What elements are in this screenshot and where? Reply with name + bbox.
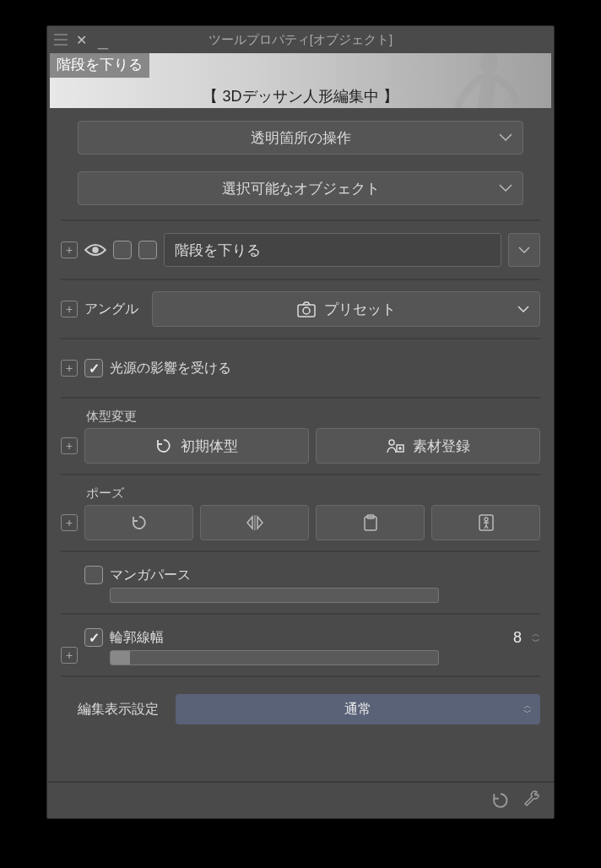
- menu-icon[interactable]: [54, 34, 68, 46]
- register-material-label: 素材登録: [413, 437, 470, 456]
- manga-perspective-checkbox[interactable]: [84, 566, 103, 584]
- reset-icon: [155, 437, 172, 454]
- outline-width-row: + 輪郭線幅 8 ︿ ﹀: [61, 625, 540, 665]
- object-name-text: 階段を下りる: [175, 241, 261, 260]
- visibility-eye-icon[interactable]: [84, 241, 106, 259]
- outline-stepper[interactable]: ︿ ﹀: [532, 630, 540, 645]
- object-name-field[interactable]: 階段を下りる: [164, 233, 501, 267]
- body-type-section: 体型変更 + 初期体型 素材登録: [61, 409, 540, 464]
- svg-point-3: [303, 307, 310, 314]
- light-checkbox[interactable]: [84, 359, 103, 377]
- angle-row: + アングル プリセット: [61, 290, 540, 328]
- edit-display-row: 編集表示設定 通常 ︿﹀: [61, 694, 540, 724]
- light-row: + 光源の影響を受ける: [61, 350, 540, 387]
- close-icon[interactable]: ✕: [76, 32, 87, 48]
- register-icon: [386, 437, 404, 454]
- divider: [61, 675, 540, 677]
- edit-display-value: 通常: [344, 701, 371, 719]
- svg-point-0: [479, 53, 498, 74]
- reset-icon: [491, 791, 510, 810]
- pose-flip-button[interactable]: [200, 505, 309, 540]
- transparent-operation-label: 透明箇所の操作: [251, 128, 351, 148]
- preset-button[interactable]: プリセット: [152, 291, 540, 327]
- pose-body-button[interactable]: [431, 505, 540, 540]
- select-stepper-icon: ︿﹀: [523, 703, 532, 716]
- pose-reset-button[interactable]: [84, 505, 193, 540]
- titlebar: ✕ ＿ ツールプロパティ[オブジェクト]: [47, 26, 554, 53]
- figure-silhouette-icon: [433, 53, 534, 108]
- edit-display-select[interactable]: 通常 ︿﹀: [176, 694, 540, 724]
- panel-footer: [47, 781, 554, 818]
- wrench-icon: [522, 790, 542, 811]
- svg-point-9: [485, 518, 488, 521]
- panel-title: ツールプロパティ[オブジェクト]: [208, 32, 393, 48]
- select-checkbox[interactable]: [138, 241, 157, 259]
- reset-all-button[interactable]: [491, 791, 510, 810]
- camera-icon: [297, 301, 316, 317]
- preview-tag: 階段を下りる: [50, 53, 149, 78]
- svg-rect-2: [298, 305, 315, 317]
- preview-caption: 【 3Dデッサン人形編集中 】: [203, 86, 398, 106]
- expand-button[interactable]: +: [61, 360, 78, 377]
- outline-checkbox[interactable]: [84, 628, 103, 647]
- svg-point-1: [92, 247, 99, 253]
- object-row: + 階段を下りる: [61, 231, 540, 269]
- manga-perspective-row: マンガパース: [61, 562, 540, 603]
- preview-thumbnail: 階段を下りる 【 3Dデッサン人形編集中 】: [50, 53, 551, 108]
- clipboard-icon: [363, 514, 378, 531]
- chevron-down-icon: [499, 133, 512, 142]
- pose-section: ポーズ +: [61, 486, 540, 540]
- chevron-down-icon: [499, 184, 512, 193]
- body-type-section-label: 体型変更: [86, 409, 540, 425]
- divider: [61, 613, 540, 615]
- manga-perspective-label: マンガパース: [110, 567, 191, 584]
- angle-label: アングル: [84, 301, 138, 318]
- divider: [61, 220, 540, 221]
- expand-button[interactable]: +: [61, 241, 78, 258]
- object-dropdown-button[interactable]: [508, 233, 540, 267]
- expand-button[interactable]: +: [61, 514, 78, 531]
- initial-body-type-button[interactable]: 初期体型: [84, 428, 309, 464]
- light-label: 光源の影響を受ける: [110, 360, 231, 377]
- outline-value: 8: [505, 629, 522, 647]
- divider: [61, 551, 540, 552]
- register-material-button[interactable]: 素材登録: [316, 428, 540, 464]
- chevron-down-icon: ﹀: [532, 637, 540, 645]
- divider: [61, 474, 540, 475]
- outline-slider[interactable]: [110, 650, 439, 665]
- reset-icon: [131, 514, 148, 531]
- transparent-operation-dropdown[interactable]: 透明箇所の操作: [78, 121, 523, 155]
- edit-display-label: 編集表示設定: [78, 701, 159, 719]
- outline-label: 輪郭線幅: [110, 629, 164, 647]
- lock-checkbox[interactable]: [113, 241, 132, 259]
- divider: [61, 338, 540, 339]
- preset-button-label: プリセット: [324, 300, 396, 319]
- minimize-icon[interactable]: ＿: [95, 32, 111, 52]
- expand-button[interactable]: +: [61, 301, 78, 317]
- expand-button[interactable]: +: [61, 437, 78, 454]
- pose-section-label: ポーズ: [86, 486, 540, 502]
- selectable-object-label: 選択可能なオブジェクト: [222, 179, 380, 198]
- manga-perspective-slider[interactable]: [110, 588, 439, 603]
- selectable-object-dropdown[interactable]: 選択可能なオブジェクト: [78, 171, 523, 205]
- chevron-down-icon: [517, 306, 529, 313]
- tool-property-panel: ✕ ＿ ツールプロパティ[オブジェクト] 階段を下りる 【 3Dデッサン人形編集…: [46, 25, 555, 819]
- expand-button[interactable]: +: [61, 647, 78, 664]
- divider: [61, 279, 540, 280]
- flip-horizontal-icon: [246, 515, 264, 530]
- divider: [61, 397, 540, 399]
- pose-paste-button[interactable]: [316, 505, 425, 540]
- settings-button[interactable]: [522, 790, 542, 811]
- initial-body-type-label: 初期体型: [181, 437, 238, 456]
- svg-point-4: [389, 440, 394, 445]
- body-icon: [479, 514, 494, 531]
